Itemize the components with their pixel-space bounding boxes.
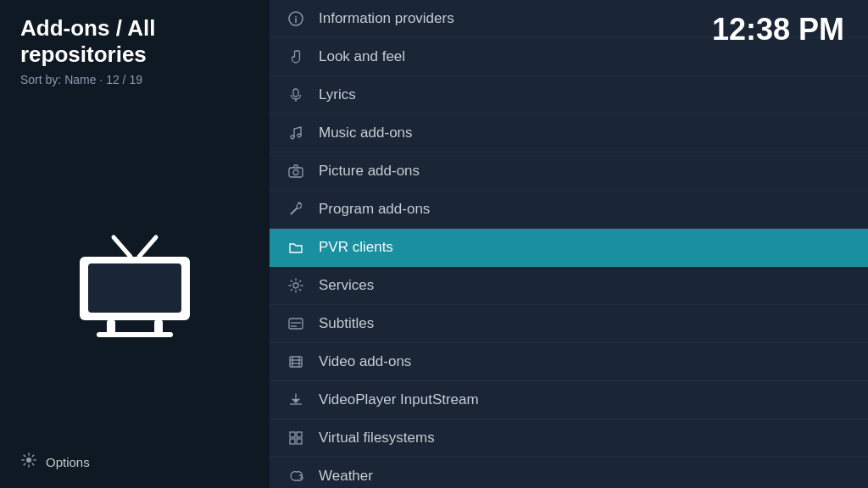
menu-item-subtitles[interactable]: Subtitles bbox=[270, 305, 868, 343]
info-icon: i bbox=[287, 9, 305, 28]
left-panel: Add-ons / All repositories Sort by: Name… bbox=[0, 0, 270, 488]
right-panel: 12:38 PM iInformation providersLook and … bbox=[270, 0, 868, 488]
svg-rect-3 bbox=[88, 263, 181, 313]
menu-item-label-videoplayer-inputstream: VideoPlayer InputStream bbox=[319, 391, 479, 408]
svg-rect-20 bbox=[290, 357, 302, 367]
svg-rect-4 bbox=[107, 320, 115, 334]
svg-rect-27 bbox=[290, 439, 295, 444]
svg-rect-26 bbox=[297, 432, 302, 437]
grid-icon bbox=[287, 429, 305, 447]
menu-item-services[interactable]: Services bbox=[270, 267, 868, 305]
svg-rect-17 bbox=[289, 319, 303, 329]
download-icon bbox=[287, 391, 305, 409]
page-title: Add-ons / All repositories bbox=[20, 15, 249, 68]
svg-line-1 bbox=[139, 237, 156, 257]
menu-item-label-look-and-feel: Look and feel bbox=[319, 48, 405, 65]
clock: 12:38 PM bbox=[712, 12, 844, 47]
menu-item-label-music-addons: Music add-ons bbox=[319, 125, 413, 141]
menu-item-label-services: Services bbox=[319, 277, 374, 294]
tv-icon bbox=[67, 227, 203, 337]
svg-point-15 bbox=[293, 170, 298, 175]
bottom-bar: Options bbox=[20, 443, 249, 473]
menu-item-label-lyrics: Lyrics bbox=[319, 86, 356, 103]
menu-item-label-information-providers: Information providers bbox=[319, 10, 454, 27]
camera-icon bbox=[287, 162, 305, 180]
menu-item-picture-addons[interactable]: Picture add-ons bbox=[270, 152, 868, 191]
options-icon bbox=[20, 452, 37, 473]
svg-rect-25 bbox=[290, 432, 295, 437]
cloud-icon bbox=[287, 467, 305, 485]
film-icon bbox=[287, 352, 305, 371]
svg-line-0 bbox=[114, 237, 131, 257]
menu-item-label-video-addons: Video add-ons bbox=[319, 353, 411, 370]
svg-rect-10 bbox=[293, 89, 298, 97]
microphone-icon bbox=[287, 86, 305, 104]
svg-rect-14 bbox=[289, 168, 303, 177]
svg-point-12 bbox=[291, 136, 294, 139]
svg-rect-6 bbox=[97, 332, 173, 337]
svg-point-16 bbox=[293, 283, 298, 288]
hand-icon bbox=[287, 47, 305, 66]
music-icon bbox=[287, 124, 305, 142]
svg-rect-5 bbox=[154, 320, 163, 334]
menu-item-music-addons[interactable]: Music add-ons bbox=[270, 114, 868, 152]
menu-item-label-weather: Weather bbox=[319, 468, 373, 485]
menu-item-label-virtual-filesystems: Virtual filesystems bbox=[319, 430, 435, 446]
svg-point-7 bbox=[26, 458, 31, 463]
gear-icon bbox=[287, 276, 305, 295]
menu-item-label-subtitles: Subtitles bbox=[319, 315, 374, 332]
page-subtitle: Sort by: Name · 12 / 19 bbox=[20, 73, 249, 86]
svg-text:i: i bbox=[294, 14, 297, 25]
menu-item-video-addons[interactable]: Video add-ons bbox=[270, 343, 868, 381]
menu-item-virtual-filesystems[interactable]: Virtual filesystems bbox=[270, 419, 868, 458]
main-layout: Add-ons / All repositories Sort by: Name… bbox=[0, 0, 868, 488]
options-label: Options bbox=[46, 455, 90, 469]
wrench-icon bbox=[287, 200, 305, 219]
tv-icon-wrapper bbox=[20, 120, 249, 443]
menu-item-label-picture-addons: Picture add-ons bbox=[319, 163, 420, 180]
menu-item-weather[interactable]: Weather bbox=[270, 458, 868, 488]
subtitles-icon bbox=[287, 314, 305, 333]
menu-item-lyrics[interactable]: Lyrics bbox=[270, 76, 868, 114]
folder-icon bbox=[287, 238, 305, 257]
menu-item-videoplayer-inputstream[interactable]: VideoPlayer InputStream bbox=[270, 381, 868, 419]
svg-rect-28 bbox=[297, 439, 302, 444]
menu-item-label-pvr-clients: PVR clients bbox=[319, 239, 393, 256]
menu-item-program-addons[interactable]: Program add-ons bbox=[270, 191, 868, 229]
svg-point-13 bbox=[298, 134, 301, 137]
menu-item-pvr-clients[interactable]: PVR clients bbox=[270, 229, 868, 267]
menu-list: iInformation providersLook and feelLyric… bbox=[270, 0, 868, 488]
menu-item-label-program-addons: Program add-ons bbox=[319, 201, 430, 218]
